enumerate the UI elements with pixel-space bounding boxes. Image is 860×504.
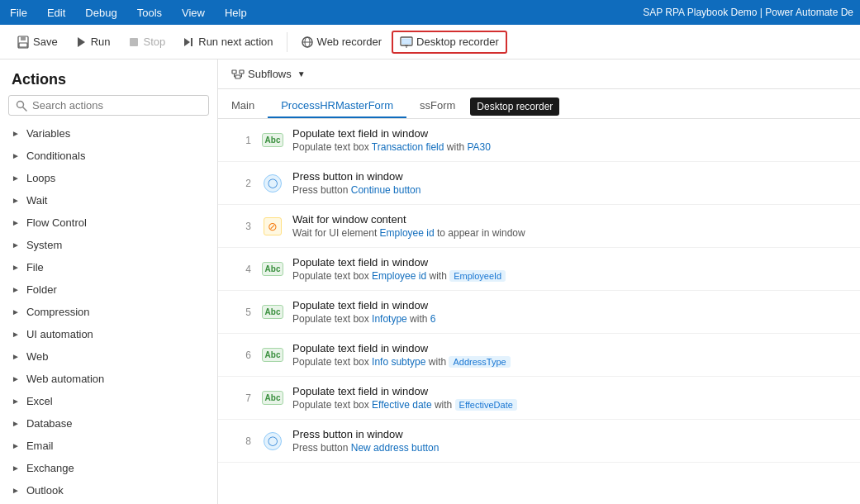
svg-rect-1 — [21, 36, 26, 40]
step-desc-prefix: Populate text box — [292, 270, 372, 282]
chevron-icon: ► — [12, 285, 20, 294]
menu-file[interactable]: File — [7, 5, 31, 21]
sidebar-item-ui-automation[interactable]: ► UI automation — [0, 323, 217, 345]
search-box[interactable] — [8, 95, 209, 116]
sidebar-item-folder[interactable]: ► Folder — [0, 278, 217, 301]
subflows-button[interactable]: Subflows ▼ — [225, 64, 312, 84]
table-row[interactable]: 4 Abc Populate text field in window Popu… — [218, 248, 860, 291]
step-description: Populate text box Info subtype with Addr… — [292, 356, 850, 368]
step-desc-prefix: Populate text box — [292, 356, 372, 368]
sidebar-item-file[interactable]: ► File — [0, 256, 217, 278]
run-button[interactable]: Run — [68, 32, 117, 52]
desktop-recorder-tooltip: Desktop recorder — [470, 97, 559, 116]
step-desc-mid: with — [426, 270, 449, 282]
svg-line-15 — [23, 107, 27, 111]
step-title: Populate text field in window — [292, 299, 850, 311]
sidebar-item-conditionals[interactable]: ► Conditionals — [0, 145, 217, 167]
sidebar-item-compression[interactable]: ► Compression — [0, 301, 217, 323]
svg-rect-4 — [130, 38, 138, 46]
menu-edit[interactable]: Edit — [44, 5, 69, 21]
table-row[interactable]: 2 ◯ Press button in window Press button … — [218, 162, 860, 205]
sidebar-item-excel[interactable]: ► Excel — [0, 390, 217, 412]
menu-tools[interactable]: Tools — [134, 5, 165, 21]
step-content: Populate text field in window Populate t… — [292, 256, 850, 282]
step-number: 5 — [228, 307, 251, 318]
save-icon — [17, 36, 30, 49]
table-row[interactable]: 5 Abc Populate text field in window Popu… — [218, 291, 860, 334]
sidebar-item-email[interactable]: ► Email — [0, 435, 217, 457]
svg-marker-5 — [184, 38, 190, 46]
menu-view[interactable]: View — [178, 5, 208, 21]
chevron-icon: ► — [12, 174, 20, 183]
step-title: Populate text field in window — [292, 342, 850, 354]
step-number: 6 — [228, 349, 251, 361]
menu-debug[interactable]: Debug — [82, 5, 120, 21]
step-description: Populate text box Infotype with 6 — [292, 313, 850, 325]
tab-main[interactable]: Main — [218, 94, 268, 118]
search-icon — [16, 100, 27, 112]
sidebar-item-variables[interactable]: ► Variables — [0, 122, 217, 145]
chevron-icon: ► — [12, 196, 20, 205]
table-row[interactable]: 3 ⊘ Wait for window content Wait for UI … — [218, 205, 860, 248]
table-row[interactable]: 6 Abc Populate text field in window Popu… — [218, 334, 860, 377]
toolbar-separator — [287, 32, 287, 52]
menu-items: File Edit Debug Tools View Help — [7, 5, 250, 21]
step-icon-wait: ⊘ — [261, 215, 284, 238]
tabs-bar: Main ProcessHRMasterForm ssForm Desktop … — [218, 89, 860, 119]
svg-marker-3 — [78, 37, 85, 47]
desktop-recorder-icon — [400, 36, 413, 49]
run-next-button[interactable]: Run next action — [175, 32, 279, 52]
sidebar-item-exchange[interactable]: ► Exchange — [0, 457, 217, 479]
search-input[interactable] — [32, 99, 202, 112]
desktop-recorder-button[interactable]: Desktop recorder — [392, 31, 507, 54]
step-desc-mid: with — [432, 399, 455, 411]
stop-icon — [127, 36, 140, 49]
sidebar-item-outlook[interactable]: ► Outlook — [0, 479, 217, 502]
subflows-dropdown-icon: ▼ — [297, 69, 306, 78]
chevron-icon: ► — [12, 330, 20, 339]
sidebar-item-wait[interactable]: ► Wait — [0, 189, 217, 212]
table-row[interactable]: 1 Abc Populate text field in window Popu… — [218, 119, 860, 162]
table-row[interactable]: 8 ◯ Press button in window Press button … — [218, 420, 860, 463]
main-layout: Actions ► Variables ► Conditionals ► Loo… — [0, 59, 860, 504]
step-desc-highlight1: Transaction field — [372, 141, 444, 153]
sidebar-item-web[interactable]: ► Web — [0, 345, 217, 368]
menu-bar: File Edit Debug Tools View Help SAP RPA … — [0, 0, 860, 25]
step-description: Populate text box Effective date with Ef… — [292, 399, 850, 411]
step-title: Populate text field in window — [292, 127, 850, 140]
step-desc-prefix: Populate text box — [292, 141, 372, 153]
table-row[interactable]: 7 Abc Populate text field in window Popu… — [218, 377, 860, 420]
sidebar-item-system[interactable]: ► System — [0, 234, 217, 256]
chevron-icon: ► — [12, 263, 20, 272]
step-icon-abc: Abc — [261, 129, 284, 152]
step-desc-highlight1: Effective date — [372, 399, 432, 411]
step-desc-highlight2: 6 — [430, 313, 436, 325]
sidebar: Actions ► Variables ► Conditionals ► Loo… — [0, 59, 218, 504]
sidebar-item-flow-control[interactable]: ► Flow Control — [0, 212, 217, 234]
toolbar: Save Run Stop Run next action Web record… — [0, 25, 860, 59]
step-desc-prefix: Populate text box — [292, 313, 372, 325]
content-area: Subflows ▼ Main ProcessHRMasterForm ssFo… — [218, 59, 860, 504]
run-next-icon — [182, 36, 195, 49]
step-desc-mid: with — [425, 356, 449, 368]
step-content: Populate text field in window Populate t… — [292, 127, 850, 153]
sidebar-item-web-automation[interactable]: ► Web automation — [0, 368, 217, 390]
step-desc-highlight2: AddressType — [449, 356, 510, 368]
run-icon — [74, 36, 88, 49]
sidebar-item-loops[interactable]: ► Loops — [0, 167, 217, 189]
step-desc-highlight1: Employee id — [372, 270, 426, 282]
step-icon-abc: Abc — [261, 387, 284, 410]
tab-process-hr[interactable]: ProcessHRMasterForm — [268, 94, 406, 118]
stop-button[interactable]: Stop — [121, 32, 173, 52]
tab-ssform[interactable]: ssForm — [406, 94, 468, 118]
sidebar-item-database[interactable]: ► Database — [0, 412, 217, 435]
tab-with-tooltip: ssForm Desktop recorder — [406, 94, 559, 118]
sidebar-title: Actions — [0, 59, 217, 95]
web-recorder-button[interactable]: Web recorder — [294, 32, 389, 52]
step-title: Press button in window — [292, 428, 850, 440]
save-button[interactable]: Save — [10, 32, 64, 52]
svg-rect-16 — [232, 70, 236, 74]
menu-help[interactable]: Help — [221, 5, 250, 21]
step-desc-highlight1: Employee id — [380, 227, 435, 239]
step-desc-highlight2: EmployeeId — [449, 270, 506, 282]
